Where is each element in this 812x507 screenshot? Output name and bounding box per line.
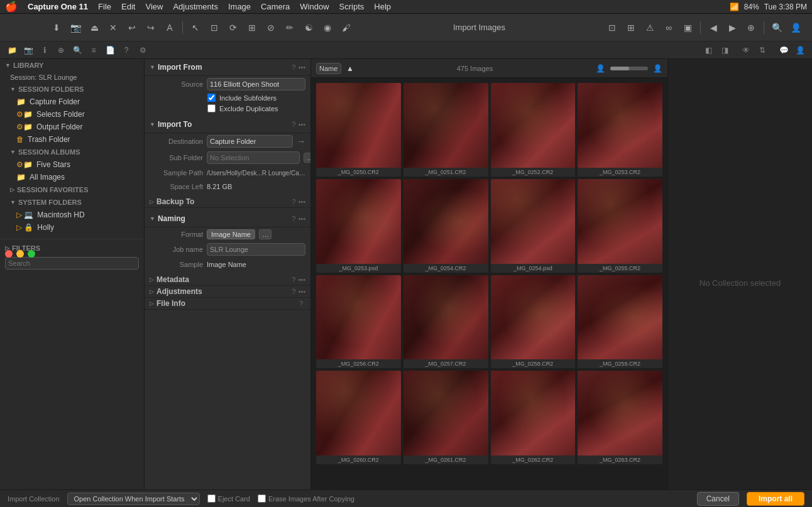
overlay-icon[interactable]: ⊞ (243, 19, 261, 36)
sidebar-item-holly[interactable]: ▷ 🔒 Holly (1, 221, 143, 234)
import-to-header[interactable]: ▼ Import To ? ••• (145, 116, 310, 133)
metadata-dots[interactable]: ••• (298, 276, 305, 283)
import-from-help[interactable]: ? (292, 63, 295, 71)
mask-icon[interactable]: ⊘ (262, 19, 280, 36)
sidebar-item-selects-folder[interactable]: ⚙📁 Selects Folder (1, 108, 143, 121)
menu-window[interactable]: Window (300, 2, 329, 11)
menu-adjustments[interactable]: Adjustments (173, 2, 218, 11)
cancel-button[interactable]: Cancel (697, 492, 739, 506)
source-select[interactable]: 116 Elliott Open Shoot (207, 78, 305, 90)
sort-select[interactable]: Name (316, 63, 341, 74)
image-thumb-4[interactable]: _MG_0253.psd (316, 179, 401, 273)
import-icon[interactable]: ⬇ (48, 19, 65, 36)
compare-icon[interactable]: ∞ (660, 19, 678, 36)
layout-icon[interactable]: ▣ (679, 19, 696, 36)
image-thumb-2[interactable]: _MG_0252.CR2 (491, 83, 576, 177)
stop-icon[interactable]: ✕ (104, 19, 122, 36)
doc-icon[interactable]: 📄 (103, 43, 117, 57)
backup-to-dots[interactable]: ••• (298, 198, 305, 205)
image-thumb-13[interactable]: _MG_0261.CR2 (403, 371, 488, 464)
backup-to-help[interactable]: ? (292, 198, 295, 205)
menu-view[interactable]: View (145, 2, 163, 11)
subfolder-btn[interactable]: … (304, 153, 311, 163)
settings-icon[interactable]: ⚙ (136, 43, 150, 57)
help2-icon[interactable]: ? (119, 43, 133, 57)
menu-edit[interactable]: Edit (121, 2, 135, 11)
search-input[interactable] (5, 257, 139, 270)
session-favorites-header[interactable]: ▷ Session Favorites (0, 183, 144, 196)
crop-icon[interactable]: ⊡ (206, 19, 223, 36)
image-thumb-14[interactable]: _MG_0262.CR2 (491, 371, 576, 464)
menu-camera[interactable]: Camera (261, 2, 290, 11)
menu-file[interactable]: File (98, 2, 111, 11)
session-folders-header[interactable]: ▼ Session Folders (0, 83, 144, 95)
import-from-dots[interactable]: ••• (298, 63, 305, 71)
sidebar-item-capture-folder[interactable]: 📁 Capture Folder (1, 95, 143, 108)
search-icon[interactable]: 🔍 (768, 19, 786, 36)
heal-icon[interactable]: ☯ (300, 19, 317, 36)
sidebar-item-five-stars[interactable]: ⚙📁 Five Stars (1, 158, 143, 171)
session-albums-header[interactable]: ▼ Session Albums (0, 146, 144, 158)
search2-icon[interactable]: 🔍 (70, 43, 84, 57)
exclude-duplicates-checkbox[interactable] (207, 104, 216, 112)
image-thumb-0[interactable]: _MG_0250.CR2 (316, 83, 401, 177)
erase-images-checkbox[interactable] (258, 494, 266, 503)
cursor-icon[interactable]: ↖ (187, 19, 204, 36)
layers-icon[interactable]: ⊕ (54, 43, 68, 57)
sidebar-item-trash-folder[interactable]: 🗑 Trash Folder (1, 133, 143, 146)
queue-icon[interactable]: ≡ (87, 43, 101, 57)
library-header[interactable]: ▼ Library (0, 59, 144, 72)
grid-icon[interactable]: ⊞ (622, 19, 640, 36)
alert-icon[interactable]: ⚠ (641, 19, 659, 36)
user2-icon[interactable]: 👤 (793, 43, 807, 57)
image-thumb-8[interactable]: _MG_0256.CR2 (316, 275, 401, 369)
minimize-button[interactable] (16, 250, 24, 258)
menu-help[interactable]: Help (374, 2, 391, 11)
import-to-dots[interactable]: ••• (298, 121, 305, 128)
image-thumb-5[interactable]: _MG_0254.CR2 (403, 179, 488, 273)
redo-icon[interactable]: ↪ (142, 19, 160, 36)
image-thumb-11[interactable]: _MG_0259.CR2 (578, 275, 662, 369)
close-button[interactable] (5, 250, 13, 258)
draw-icon[interactable]: ✏ (281, 19, 299, 36)
destination-select[interactable]: Capture Folder (207, 135, 293, 148)
image-thumb-6[interactable]: _MG_0254.psd (491, 179, 576, 273)
adjustments-header[interactable]: ▷ Adjustments ? ••• (145, 286, 310, 298)
eject-icon[interactable]: ⏏ (85, 19, 103, 36)
image-thumb-7[interactable]: _MG_0255.CR2 (578, 179, 662, 273)
image-thumb-1[interactable]: _MG_0251.CR2 (403, 83, 488, 177)
import-from-header[interactable]: ▼ Import From ? ••• (145, 59, 310, 76)
eject-card-checkbox[interactable] (207, 494, 216, 503)
spot-icon[interactable]: ◉ (319, 19, 336, 36)
eye-icon[interactable]: 👁 (739, 43, 753, 57)
folder-icon[interactable]: 📁 (5, 43, 19, 57)
metadata-header[interactable]: ▷ Metadata ? ••• (145, 274, 310, 286)
panel-left-icon[interactable]: ◧ (701, 43, 715, 57)
adjustments-dots[interactable]: ••• (298, 288, 305, 295)
job-name-input[interactable] (207, 243, 305, 256)
sidebar-item-macintosh-hd[interactable]: ▷ 💻 Macintosh HD (1, 209, 143, 221)
image-thumb-15[interactable]: _MG_0263.CR2 (578, 371, 662, 464)
maximize-button[interactable] (28, 250, 35, 258)
include-subfolders-checkbox[interactable] (207, 94, 216, 102)
import-collection-select[interactable]: Open Collection When Import Starts (67, 493, 200, 505)
file-info-header[interactable]: ▷ File Info ? (145, 298, 310, 310)
image-thumb-10[interactable]: _MG_0258.CR2 (491, 275, 576, 369)
paint-icon[interactable]: 🖌 (337, 19, 355, 36)
panel-right-icon[interactable]: ◨ (718, 43, 732, 57)
metadata-help[interactable]: ? (292, 276, 295, 283)
image-thumb-3[interactable]: _MG_0253.CR2 (578, 83, 662, 177)
info-icon[interactable]: ℹ (38, 43, 52, 57)
subfolder-input[interactable] (207, 151, 300, 164)
back-icon[interactable]: ◀ (705, 19, 722, 36)
chat-icon[interactable]: 💬 (777, 43, 791, 57)
zoom-icon[interactable]: ⊕ (742, 19, 760, 36)
naming-header[interactable]: ▼ Naming ? ••• (145, 210, 310, 227)
backup-to-header[interactable]: ▷ Backup To ? ••• (145, 196, 310, 208)
image-thumb-9[interactable]: _MG_0257.CR2 (403, 275, 488, 369)
import-to-help[interactable]: ? (292, 121, 295, 128)
format-badge[interactable]: Image Name (207, 229, 255, 239)
naming-help[interactable]: ? (292, 215, 295, 222)
naming-dots[interactable]: ••• (298, 215, 305, 222)
menu-image[interactable]: Image (228, 2, 251, 11)
